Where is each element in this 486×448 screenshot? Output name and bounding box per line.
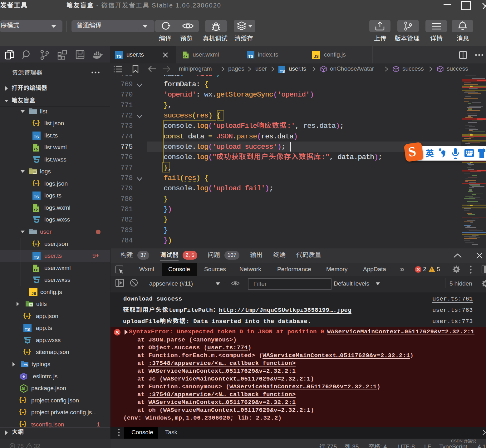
svg-text:TS: TS	[24, 364, 28, 367]
svg-text:JS: JS	[22, 387, 26, 391]
